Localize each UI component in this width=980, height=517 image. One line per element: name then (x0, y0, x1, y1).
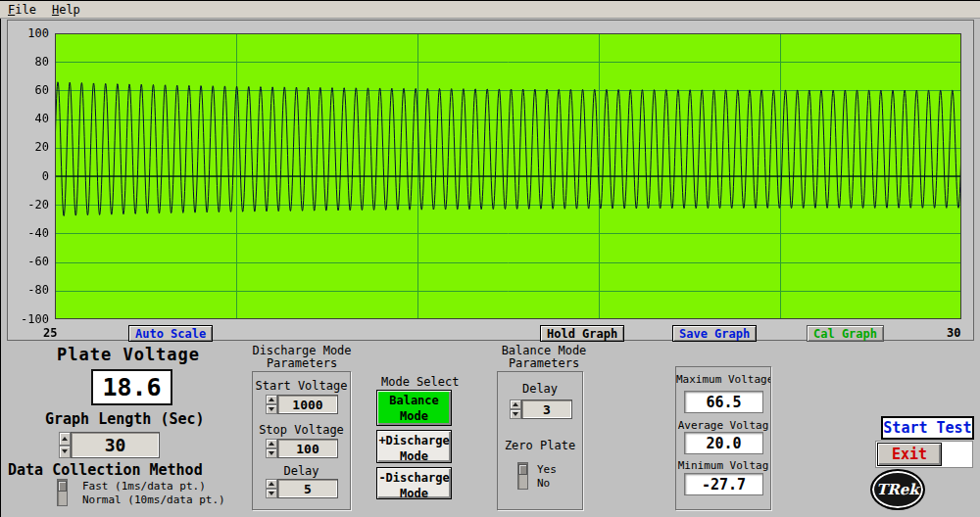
arrow-up-icon (62, 437, 68, 441)
start-test-button[interactable]: Start Test (881, 416, 974, 440)
decrement-button[interactable] (266, 448, 277, 458)
y-axis-label: -20 (10, 199, 49, 212)
balance-delay-value[interactable]: 3 (521, 400, 572, 419)
balance-delay-control[interactable]: 3 (510, 400, 572, 419)
increment-button[interactable] (510, 400, 521, 409)
increment-button[interactable] (266, 439, 277, 448)
y-axis-label: -60 (10, 256, 49, 268)
positive-discharge-mode-button[interactable]: +Discharge Mode (376, 430, 452, 463)
option-normal[interactable]: Normal (10ms/data pt.) (82, 494, 225, 506)
y-axis-label: 0 (10, 170, 49, 183)
zero-plate-switch[interactable] (517, 462, 528, 490)
start-voltage-value[interactable]: 1000 (277, 395, 338, 414)
trek-logo-text: TRek (876, 481, 919, 498)
zero-plate-option-no[interactable]: No (537, 477, 550, 490)
menu-help[interactable]: Help (52, 3, 80, 17)
negative-discharge-mode-button[interactable]: -Discharge Mode (376, 467, 452, 499)
average-voltage-display: 20.0 (684, 432, 763, 454)
data-collection-switch[interactable] (57, 479, 68, 506)
discharge-parameters-title: Discharge Mode Parameters (245, 345, 359, 370)
stop-voltage-label: Stop Voltage (253, 423, 350, 437)
graph-length-value[interactable]: 30 (71, 432, 160, 458)
exit-button[interactable]: Exit (877, 443, 942, 466)
y-axis-label: 20 (10, 141, 49, 154)
data-collection-label: Data Collection Method (8, 461, 203, 479)
x-axis-label-max: 30 (947, 326, 960, 340)
cal-graph-button[interactable]: Cal Graph (807, 325, 884, 342)
y-axis-label: 40 (10, 113, 49, 125)
zero-plate-label: Zero Plate (498, 439, 582, 452)
minimum-voltage-label: Minimum Voltag (676, 459, 770, 472)
menu-bar: File Help (0, 0, 980, 19)
discharge-delay-value[interactable]: 5 (277, 479, 338, 498)
arrow-down-icon (62, 449, 68, 453)
balance-mode-button[interactable]: Balance Mode (376, 390, 452, 426)
start-voltage-label: Start Voltage (253, 379, 350, 393)
arrow-up-icon (269, 398, 274, 401)
trek-logo: TRek (870, 469, 925, 510)
arrow-down-icon (269, 492, 274, 495)
graph-length-control[interactable]: 30 (59, 432, 160, 458)
hold-graph-button[interactable]: Hold Graph (540, 325, 624, 342)
average-voltage-label: Average Voltag (676, 419, 770, 432)
arrow-down-icon (269, 451, 274, 455)
increment-button[interactable] (266, 479, 277, 489)
switch-knob[interactable] (58, 481, 67, 492)
auto-scale-button[interactable]: Auto Scale (128, 325, 213, 342)
plate-voltage-label: Plate Voltage (57, 345, 200, 364)
y-axis-label: 100 (10, 27, 49, 40)
plate-voltage-display: 18.6 (91, 369, 172, 405)
arrow-down-icon (513, 412, 518, 416)
maximum-voltage-label: Maximum Voltage (676, 373, 770, 386)
balance-parameters-group: Delay 3 Zero Plate Yes No (497, 371, 583, 510)
zero-plate-option-yes[interactable]: Yes (537, 463, 557, 476)
y-axis-label: 80 (10, 56, 49, 69)
arrow-up-icon (513, 402, 518, 406)
option-fast[interactable]: Fast (1ms/data pt.) (82, 480, 206, 493)
arrow-up-icon (269, 442, 274, 446)
decrement-button[interactable] (59, 446, 71, 459)
increment-button[interactable] (266, 395, 277, 404)
start-voltage-control[interactable]: 1000 (266, 395, 338, 414)
arrow-down-icon (269, 407, 274, 411)
menu-file[interactable]: File (8, 3, 36, 17)
switch-knob[interactable] (518, 464, 527, 475)
minimum-voltage-display: -27.7 (684, 473, 763, 495)
waveform-canvas (55, 33, 961, 319)
arrow-up-icon (269, 482, 274, 486)
x-axis-label-min: 25 (43, 326, 57, 340)
decrement-button[interactable] (266, 404, 277, 414)
maximum-voltage-display: 66.5 (684, 391, 763, 413)
discharge-delay-control[interactable]: 5 (266, 479, 338, 498)
save-graph-button[interactable]: Save Graph (672, 325, 757, 342)
y-axis-label: -40 (10, 227, 49, 240)
y-axis-label: -100 (10, 313, 49, 326)
decrement-button[interactable] (266, 489, 277, 498)
y-axis-label: -80 (10, 284, 49, 297)
graph-panel: 100806040200-20-40-60-80-100 25 30 Auto … (7, 20, 974, 341)
voltage-stats-group: Maximum Voltage 66.5 Average Voltag 20.0… (675, 366, 771, 510)
increment-button[interactable] (59, 432, 71, 446)
discharge-delay-label: Delay (253, 464, 350, 478)
balance-parameters-title: Balance Mode Parameters (495, 345, 593, 370)
balance-delay-label: Delay (498, 382, 582, 396)
mode-select-label: Mode Select (381, 375, 459, 389)
graph-length-label: Graph Length (Sec) (45, 410, 205, 428)
stop-voltage-value[interactable]: 100 (277, 439, 338, 458)
decrement-button[interactable] (510, 409, 521, 419)
discharge-parameters-group: Start Voltage 1000 Stop Voltage 100 Dela… (252, 371, 351, 510)
stop-voltage-control[interactable]: 100 (266, 439, 338, 458)
y-axis-label: 60 (10, 84, 49, 97)
